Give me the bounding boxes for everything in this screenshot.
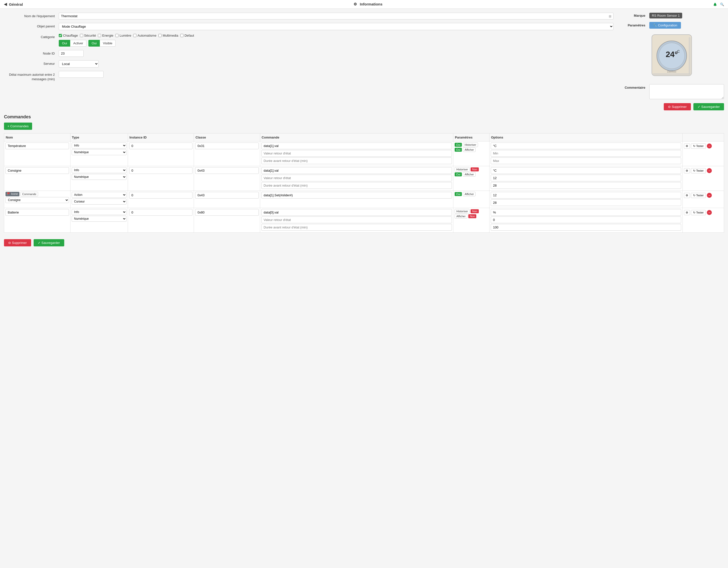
actions-wrapper-3: ⚙ ↻ Tester − xyxy=(684,192,723,198)
sauvegarder-button-bottom[interactable]: ✓ Sauvegarder xyxy=(34,239,64,246)
remove-btn-2[interactable]: − xyxy=(707,168,712,173)
opt3-input-1[interactable] xyxy=(491,157,681,164)
action-buttons-top: ⊖ Supprimer ✓ Sauvegarder xyxy=(619,103,724,110)
type-select-1[interactable]: Info Action xyxy=(72,142,126,148)
type2-select-3[interactable]: Curseur xyxy=(72,198,126,204)
delai-wrapper xyxy=(59,71,613,78)
tree-icon[interactable]: 🌲 xyxy=(713,2,717,6)
opt1-input-2[interactable] xyxy=(491,167,681,174)
opt3-input-2[interactable] xyxy=(491,182,681,189)
opt2-input-2[interactable] xyxy=(491,175,681,181)
instance-input-2[interactable] xyxy=(129,167,193,174)
marque-badge: RS Room Sensor 1 xyxy=(649,13,682,18)
serveur-select[interactable]: Local xyxy=(59,60,99,67)
cmd-input-2[interactable] xyxy=(261,167,452,174)
cb-chauffage-label: Chauffage xyxy=(63,34,78,37)
categorie-row: Catégorie Chauffage Sécurité Energie xyxy=(4,34,613,47)
cfg-btn-4[interactable]: ⚙ xyxy=(684,210,690,215)
params-cell-4: Historiser Non Afficher Non xyxy=(453,208,489,233)
cb-automatisme-input[interactable] xyxy=(133,34,136,37)
config-button[interactable]: Configuration xyxy=(649,22,681,29)
cb-lumiere-input[interactable] xyxy=(115,34,119,37)
cfg-btn-3[interactable]: ⚙ xyxy=(684,193,690,198)
type-select-4[interactable]: Info Action xyxy=(72,209,126,215)
nom-input-4[interactable] xyxy=(5,209,69,216)
type2-select-4[interactable]: Numérique xyxy=(72,216,126,222)
retour-input-1[interactable] xyxy=(261,150,452,157)
supprimer-button-top[interactable]: ⊖ Supprimer xyxy=(664,103,691,110)
cb-chauffage-input[interactable] xyxy=(59,34,62,37)
instance-cell-4 xyxy=(128,208,194,233)
node-id-input[interactable] xyxy=(59,50,84,57)
type-select-3[interactable]: Action Info xyxy=(72,192,126,198)
remove-btn-4[interactable]: − xyxy=(707,210,712,215)
classe-cell-2 xyxy=(194,166,260,191)
config-btn-label: Configuration xyxy=(658,23,677,27)
duree-input-4[interactable] xyxy=(261,224,452,231)
clear-icon[interactable]: ⊠ xyxy=(609,14,611,18)
btn-oui-visible[interactable]: Oui xyxy=(88,40,100,47)
commentaire-textarea[interactable] xyxy=(649,84,724,99)
objet-parent-select[interactable]: Mode Chauffage xyxy=(59,23,613,30)
classe-input-2[interactable] xyxy=(195,167,259,174)
nom-input-2[interactable] xyxy=(5,167,69,174)
opt2-input-1[interactable] xyxy=(491,150,681,157)
type-select-2[interactable]: Info Action xyxy=(72,167,126,173)
cb-energie-input[interactable] xyxy=(98,34,101,37)
marque-row: Marque RS Room Sensor 1 xyxy=(619,13,724,18)
delai-input[interactable] xyxy=(59,71,104,78)
cb-securite-label: Sécurité xyxy=(84,34,96,37)
duree-input-1[interactable] xyxy=(261,157,452,164)
sauvegarder-button-top[interactable]: ✓ Sauvegarder xyxy=(693,103,724,110)
duree-input-2[interactable] xyxy=(261,182,452,189)
cmd-input-3[interactable] xyxy=(261,192,452,198)
btn-oui-activer[interactable]: Oui xyxy=(59,40,70,47)
tester-btn-1[interactable]: ↻ Tester xyxy=(691,143,706,149)
instance-input-1[interactable] xyxy=(129,142,193,149)
left-panel: Nom de l'équipement ⊠ Objet parent Mode … xyxy=(4,13,613,110)
type2-select-1[interactable]: Numérique xyxy=(72,149,126,155)
opt2-input-3[interactable] xyxy=(491,199,681,206)
gear-icon[interactable]: ⚙ xyxy=(354,2,357,6)
remove-btn-1[interactable]: − xyxy=(707,143,712,148)
opt3-input-4[interactable] xyxy=(491,224,681,231)
instance-input-3[interactable] xyxy=(129,192,193,198)
cb-automatisme-label: Automatisme xyxy=(137,34,156,37)
opt1-input-1[interactable] xyxy=(491,142,681,149)
supprimer-button-bottom[interactable]: ⊖ Supprimer xyxy=(4,239,31,246)
cb-multimedia-input[interactable] xyxy=(158,34,162,37)
nom-input[interactable] xyxy=(59,13,613,19)
add-commandes-button[interactable]: + Commandes xyxy=(4,122,32,130)
tester-btn-4[interactable]: ↻ Tester xyxy=(691,210,706,215)
icone-badge: 🚩 Icone xyxy=(5,192,19,196)
cmd-input-4[interactable] xyxy=(261,209,452,216)
params-row-1b: Oui Afficher xyxy=(455,147,488,152)
retour-input-2[interactable] xyxy=(261,175,452,181)
cmd-input-1[interactable] xyxy=(261,142,452,149)
classe-input-1[interactable] xyxy=(195,142,259,149)
search-icon[interactable]: 🔍 xyxy=(720,2,724,6)
classe-input-4[interactable] xyxy=(195,209,259,216)
cb-defaut-input[interactable] xyxy=(180,34,183,37)
col-instance: Instance ID xyxy=(128,133,194,141)
opt2-input-4[interactable] xyxy=(491,216,681,223)
commande-cell-1 xyxy=(260,141,453,166)
classe-cell-3 xyxy=(194,191,260,208)
instance-input-4[interactable] xyxy=(129,209,193,216)
remove-btn-3[interactable]: − xyxy=(707,193,712,198)
opt1-input-4[interactable] xyxy=(491,209,681,216)
sub-nom-select-3[interactable]: Consigne xyxy=(5,197,69,203)
retour-input-4[interactable] xyxy=(261,216,452,223)
cfg-btn-1[interactable]: ⚙ xyxy=(684,143,690,149)
type2-select-2[interactable]: Numérique xyxy=(72,174,126,180)
svg-text:C: C xyxy=(677,49,680,53)
classe-input-3[interactable] xyxy=(195,192,259,198)
back-icon[interactable]: ◀ xyxy=(4,2,7,6)
tester-btn-2[interactable]: ↻ Tester xyxy=(691,168,706,173)
tester-btn-3[interactable]: ↻ Tester xyxy=(691,193,706,198)
cfg-btn-2[interactable]: ⚙ xyxy=(684,168,690,173)
opt1-input-3[interactable] xyxy=(491,192,681,198)
nom-input-1[interactable] xyxy=(5,142,69,149)
cb-securite-input[interactable] xyxy=(80,34,83,37)
supprimer-icon-top: ⊖ xyxy=(668,105,672,109)
